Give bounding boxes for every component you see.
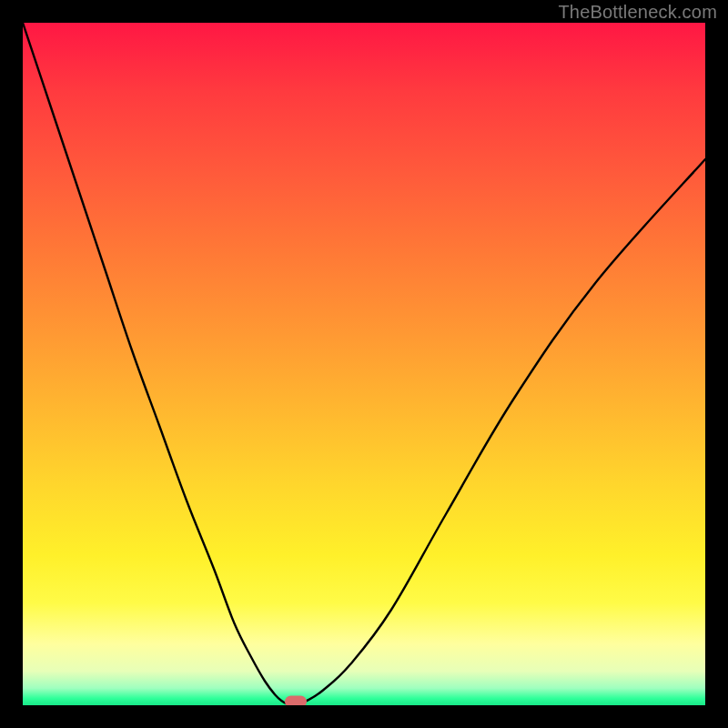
optimal-point-marker xyxy=(285,696,307,706)
watermark-text: TheBottleneck.com xyxy=(558,2,717,23)
plot-area xyxy=(23,23,705,705)
bottleneck-curve xyxy=(23,23,705,705)
chart-frame: TheBottleneck.com xyxy=(0,0,728,728)
